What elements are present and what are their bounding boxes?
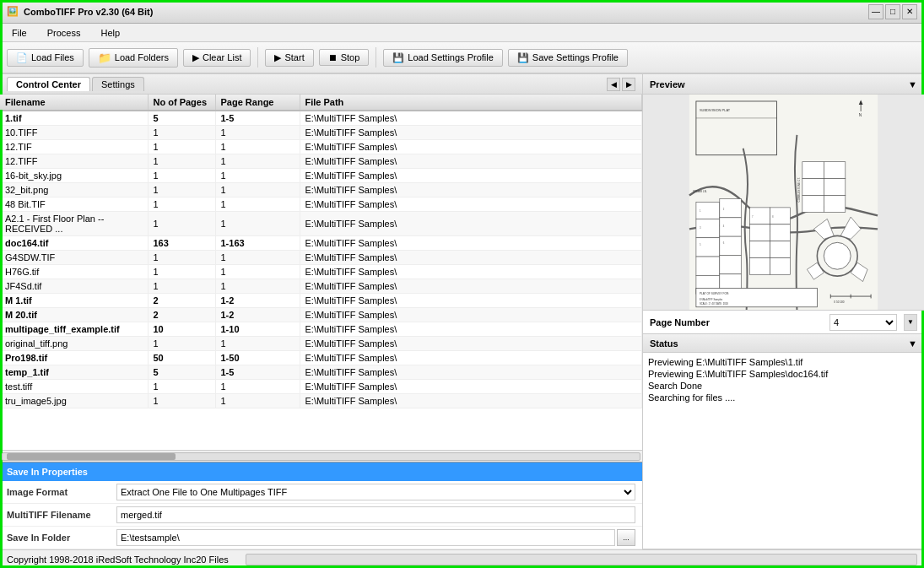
table-row[interactable]: 1.tif51-5E:\MultiTIFF Samples\ [0, 111, 642, 126]
menu-file[interactable]: File [7, 26, 32, 40]
cell-pages: 2 [148, 308, 215, 322]
close-button[interactable]: ✕ [902, 4, 917, 19]
cell-range: 1-2 [215, 294, 300, 308]
save-settings-button[interactable]: 💾 Save Settings Profile [508, 49, 628, 67]
table-row[interactable]: multipage_tiff_example.tif101-10E:\Multi… [0, 322, 642, 337]
save-folder-input[interactable] [116, 529, 615, 546]
table-row[interactable]: 12.TIFF11E:\MultiTIFF Samples\ [0, 154, 642, 169]
table-row[interactable]: 16-bit_sky.jpg11E:\MultiTIFF Samples\ [0, 169, 642, 183]
cell-path: E:\MultiTIFF Samples\ [300, 183, 642, 197]
table-row[interactable]: test.tiff11E:\MultiTIFF Samples\ [0, 380, 642, 394]
save-settings-icon: 💾 [517, 52, 529, 63]
load-folders-icon: 📁 [98, 51, 111, 64]
table-row[interactable]: M 20.tif21-2E:\MultiTIFF Samples\ [0, 308, 642, 322]
multitiff-filename-input[interactable] [116, 506, 635, 523]
cell-path: E:\MultiTIFF Samples\ [300, 140, 642, 154]
cell-pages: 50 [148, 351, 215, 365]
table-row[interactable]: 10.TIFF11E:\MultiTIFF Samples\ [0, 126, 642, 140]
table-row[interactable]: Pro198.tif501-50E:\MultiTIFF Samples\ [0, 351, 642, 365]
panel-nav: ◀ ▶ [607, 78, 635, 91]
file-table-body: 1.tif51-5E:\MultiTIFF Samples\10.TIFF11E… [0, 111, 642, 408]
cell-pages: 1 [148, 154, 215, 169]
cell-path: E:\MultiTIFF Samples\ [300, 236, 642, 251]
title-bar-left: 🖼️ ComboTIFF Pro v2.30 (64 Bit) [7, 6, 153, 17]
browse-button[interactable]: ... [617, 529, 635, 546]
load-folders-button[interactable]: 📁 Load Folders [89, 48, 178, 68]
menu-help[interactable]: Help [95, 26, 125, 40]
cell-path: E:\MultiTIFF Samples\ [300, 169, 642, 183]
cell-path: E:\MultiTIFF Samples\ [300, 380, 642, 394]
svg-rect-8 [696, 238, 720, 257]
table-row[interactable]: original_tiff.png11E:\MultiTIFF Samples\ [0, 337, 642, 351]
cell-path: E:\MultiTIFF Samples\ [300, 365, 642, 380]
nav-left-button[interactable]: ◀ [607, 78, 620, 91]
cell-path: E:\MultiTIFF Samples\ [300, 337, 642, 351]
tab-control-center[interactable]: Control Center [7, 77, 90, 91]
minimize-button[interactable]: — [868, 4, 883, 19]
file-table-wrapper[interactable]: Filename No of Pages Page Range File Pat… [0, 95, 642, 450]
svg-rect-11 [720, 255, 742, 273]
svg-rect-15 [750, 224, 770, 241]
col-pages: No of Pages [148, 95, 215, 111]
cell-filename: test.tiff [0, 380, 148, 394]
status-collapse-icon[interactable]: ▼ [908, 338, 917, 349]
maximize-button[interactable]: □ [885, 4, 900, 19]
svg-text:SCALE: 1"=50'   DATE: 2018: SCALE: 1"=50' DATE: 2018 [700, 302, 728, 306]
svg-rect-16 [750, 241, 770, 258]
cell-filename: JF4Sd.tif [0, 279, 148, 294]
table-row[interactable]: JF4Sd.tif11E:\MultiTIFF Samples\ [0, 279, 642, 294]
clear-list-button[interactable]: ▶ Clear List [183, 49, 251, 67]
cell-pages: 1 [148, 126, 215, 140]
table-row[interactable]: doc164.tif1631-163E:\MultiTIFF Samples\ [0, 236, 642, 251]
col-filename: Filename [0, 95, 148, 111]
preview-collapse-icon[interactable]: ▼ [908, 79, 917, 89]
svg-rect-17 [750, 258, 770, 275]
cell-filename: temp_1.tif [0, 365, 148, 380]
table-row[interactable]: 48 Bit.TIF11E:\MultiTIFF Samples\ [0, 197, 642, 212]
load-settings-button[interactable]: 💾 Load Settings Profile [383, 49, 503, 67]
table-row[interactable]: G4SDW.TIF11E:\MultiTIFF Samples\ [0, 251, 642, 265]
clear-list-icon: ▶ [192, 52, 199, 63]
horizontal-scrollbar[interactable] [0, 450, 642, 462]
page-number-select[interactable]: 4 1 2 3 5 [829, 314, 897, 331]
menu-process[interactable]: Process [42, 26, 86, 40]
cell-range: 1 [215, 126, 300, 140]
cell-pages: 1 [148, 212, 215, 236]
table-row[interactable]: temp_1.tif51-5E:\MultiTIFF Samples\ [0, 365, 642, 380]
cell-filename: original_tiff.png [0, 337, 148, 351]
table-row[interactable]: M 1.tif21-2E:\MultiTIFF Samples\ [0, 294, 642, 308]
svg-rect-25 [802, 179, 824, 196]
svg-text:PLAT OF SURVEY FOR:: PLAT OF SURVEY FOR: [700, 292, 729, 295]
page-number-dropdown-button[interactable]: ▼ [904, 314, 917, 331]
start-button[interactable]: ▶ Start [265, 49, 313, 67]
nav-right-button[interactable]: ▶ [622, 78, 635, 91]
cell-pages: 1 [148, 140, 215, 154]
tab-settings[interactable]: Settings [92, 77, 144, 91]
table-row[interactable]: A2.1 - First Floor Plan -- RECEIVED ...1… [0, 212, 642, 236]
svg-rect-29 [824, 196, 846, 213]
main-layout: Control Center Settings ◀ ▶ Filename No … [0, 74, 924, 549]
cell-pages: 1 [148, 337, 215, 351]
cell-filename: M 20.tif [0, 308, 148, 322]
table-row[interactable]: H76G.tif11E:\MultiTIFF Samples\ [0, 265, 642, 279]
stop-button[interactable]: ⏹ Stop [319, 49, 370, 66]
status-title: Status [650, 338, 678, 349]
scrollbar-thumb[interactable] [7, 453, 176, 460]
cell-pages: 10 [148, 322, 215, 337]
status-section: Status ▼ Previewing E:\MultiTIFF Samples… [643, 334, 924, 549]
window-controls: — □ ✕ [868, 4, 917, 19]
cell-filename: 48 Bit.TIF [0, 197, 148, 212]
svg-rect-26 [802, 196, 824, 213]
cell-pages: 2 [148, 294, 215, 308]
load-files-button[interactable]: 📄 Load Files [7, 49, 84, 67]
table-row[interactable]: 32_bit.png11E:\MultiTIFF Samples\ [0, 183, 642, 197]
toolbar-separator-2 [376, 47, 376, 68]
cell-range: 1 [215, 140, 300, 154]
svg-text:COBBLESTONE CT.: COBBLESTONE CT. [797, 177, 801, 202]
cell-filename: 16-bit_sky.jpg [0, 169, 148, 183]
cell-range: 1-5 [215, 111, 300, 126]
table-row[interactable]: 12.TIF11E:\MultiTIFF Samples\ [0, 140, 642, 154]
image-format-select[interactable]: Extract One File to One Multipages TIFF [116, 484, 635, 500]
cell-path: E:\MultiTIFF Samples\ [300, 212, 642, 236]
table-row[interactable]: tru_image5.jpg11E:\MultiTIFF Samples\ [0, 394, 642, 408]
